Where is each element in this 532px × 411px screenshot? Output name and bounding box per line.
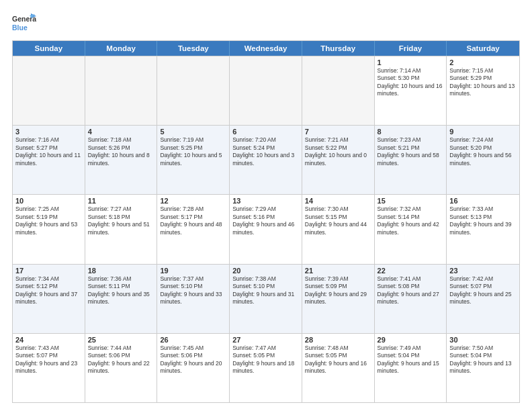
page-header: General Blue [12, 12, 520, 35]
day-info: Sunrise: 7:45 AMSunset: 5:06 PMDaylight:… [160, 345, 226, 375]
day-info: Sunrise: 7:33 AMSunset: 5:13 PMDaylight:… [449, 205, 517, 236]
day-number: 6 [232, 128, 299, 136]
day-info: Sunrise: 7:14 AMSunset: 5:30 PMDaylight:… [378, 67, 444, 98]
day-number: 8 [378, 128, 444, 136]
header-day-saturday: Saturday [447, 41, 519, 56]
day-number: 17 [15, 267, 82, 275]
day-number: 23 [449, 267, 517, 275]
svg-text:Blue: Blue [12, 24, 28, 32]
day-cell-4: 4Sunrise: 7:18 AMSunset: 5:26 PMDaylight… [85, 126, 158, 194]
day-cell-13: 13Sunrise: 7:29 AMSunset: 5:16 PMDayligh… [230, 195, 302, 263]
day-number: 4 [88, 128, 154, 136]
day-number: 22 [378, 267, 444, 275]
calendar: SundayMondayTuesdayWednesdayThursdayFrid… [12, 40, 520, 403]
day-info: Sunrise: 7:15 AMSunset: 5:29 PMDaylight:… [449, 67, 517, 98]
logo: General Blue [12, 12, 36, 35]
calendar-week-3: 10Sunrise: 7:25 AMSunset: 5:19 PMDayligh… [13, 194, 519, 263]
day-info: Sunrise: 7:29 AMSunset: 5:16 PMDaylight:… [232, 205, 299, 236]
day-cell-11: 11Sunrise: 7:27 AMSunset: 5:18 PMDayligh… [85, 195, 158, 263]
day-number: 20 [232, 267, 299, 275]
empty-cell [13, 56, 85, 125]
day-cell-24: 24Sunrise: 7:43 AMSunset: 5:07 PMDayligh… [13, 334, 85, 402]
day-number: 30 [449, 336, 517, 344]
day-number: 2 [449, 58, 517, 66]
header-day-monday: Monday [85, 41, 158, 56]
calendar-header: SundayMondayTuesdayWednesdayThursdayFrid… [13, 41, 519, 56]
day-cell-8: 8Sunrise: 7:23 AMSunset: 5:21 PMDaylight… [375, 126, 447, 194]
day-info: Sunrise: 7:23 AMSunset: 5:21 PMDaylight:… [378, 136, 444, 167]
day-number: 26 [160, 336, 226, 344]
day-info: Sunrise: 7:36 AMSunset: 5:11 PMDaylight:… [88, 275, 154, 306]
calendar-week-2: 3Sunrise: 7:16 AMSunset: 5:27 PMDaylight… [13, 125, 519, 194]
day-number: 15 [378, 197, 444, 205]
day-cell-23: 23Sunrise: 7:42 AMSunset: 5:07 PMDayligh… [447, 265, 519, 333]
day-number: 27 [232, 336, 299, 344]
day-info: Sunrise: 7:16 AMSunset: 5:27 PMDaylight:… [15, 136, 82, 167]
day-number: 25 [88, 336, 154, 344]
calendar-body: 1Sunrise: 7:14 AMSunset: 5:30 PMDaylight… [13, 56, 519, 402]
day-number: 12 [160, 197, 226, 205]
header-day-thursday: Thursday [302, 41, 375, 56]
header-day-wednesday: Wednesday [230, 41, 302, 56]
day-cell-10: 10Sunrise: 7:25 AMSunset: 5:19 PMDayligh… [13, 195, 85, 263]
day-cell-25: 25Sunrise: 7:44 AMSunset: 5:06 PMDayligh… [85, 334, 158, 402]
empty-cell [157, 56, 230, 125]
day-info: Sunrise: 7:44 AMSunset: 5:06 PMDaylight:… [88, 345, 154, 375]
day-number: 13 [232, 197, 299, 205]
day-info: Sunrise: 7:20 AMSunset: 5:24 PMDaylight:… [232, 136, 299, 167]
day-number: 5 [160, 128, 226, 136]
day-number: 16 [449, 197, 517, 205]
day-cell-21: 21Sunrise: 7:39 AMSunset: 5:09 PMDayligh… [302, 265, 375, 333]
day-cell-17: 17Sunrise: 7:34 AMSunset: 5:12 PMDayligh… [13, 265, 85, 333]
day-info: Sunrise: 7:49 AMSunset: 5:04 PMDaylight:… [378, 345, 444, 375]
day-number: 10 [15, 197, 82, 205]
day-info: Sunrise: 7:27 AMSunset: 5:18 PMDaylight:… [88, 205, 154, 236]
empty-cell [230, 56, 302, 125]
calendar-week-5: 24Sunrise: 7:43 AMSunset: 5:07 PMDayligh… [13, 333, 519, 402]
day-info: Sunrise: 7:25 AMSunset: 5:19 PMDaylight:… [15, 205, 82, 236]
day-cell-19: 19Sunrise: 7:37 AMSunset: 5:10 PMDayligh… [157, 265, 230, 333]
day-info: Sunrise: 7:48 AMSunset: 5:05 PMDaylight:… [305, 345, 371, 375]
day-cell-3: 3Sunrise: 7:16 AMSunset: 5:27 PMDaylight… [13, 126, 85, 194]
day-cell-28: 28Sunrise: 7:48 AMSunset: 5:05 PMDayligh… [302, 334, 375, 402]
day-cell-6: 6Sunrise: 7:20 AMSunset: 5:24 PMDaylight… [230, 126, 302, 194]
day-info: Sunrise: 7:32 AMSunset: 5:14 PMDaylight:… [378, 205, 444, 236]
day-number: 19 [160, 267, 226, 275]
day-cell-18: 18Sunrise: 7:36 AMSunset: 5:11 PMDayligh… [85, 265, 158, 333]
day-number: 18 [88, 267, 154, 275]
day-number: 7 [305, 128, 371, 136]
day-number: 11 [88, 197, 154, 205]
day-cell-7: 7Sunrise: 7:21 AMSunset: 5:22 PMDaylight… [302, 126, 375, 194]
day-info: Sunrise: 7:43 AMSunset: 5:07 PMDaylight:… [15, 345, 82, 375]
day-info: Sunrise: 7:24 AMSunset: 5:20 PMDaylight:… [449, 136, 517, 167]
day-info: Sunrise: 7:34 AMSunset: 5:12 PMDaylight:… [15, 275, 82, 306]
day-info: Sunrise: 7:39 AMSunset: 5:09 PMDaylight:… [305, 275, 371, 306]
day-info: Sunrise: 7:50 AMSunset: 5:04 PMDaylight:… [449, 345, 517, 375]
day-cell-20: 20Sunrise: 7:38 AMSunset: 5:10 PMDayligh… [230, 265, 302, 333]
day-cell-22: 22Sunrise: 7:41 AMSunset: 5:08 PMDayligh… [375, 265, 447, 333]
day-cell-2: 2Sunrise: 7:15 AMSunset: 5:29 PMDaylight… [447, 56, 519, 125]
day-number: 24 [15, 336, 82, 344]
day-info: Sunrise: 7:47 AMSunset: 5:05 PMDaylight:… [232, 345, 299, 375]
calendar-week-1: 1Sunrise: 7:14 AMSunset: 5:30 PMDaylight… [13, 56, 519, 125]
day-cell-27: 27Sunrise: 7:47 AMSunset: 5:05 PMDayligh… [230, 334, 302, 402]
day-info: Sunrise: 7:42 AMSunset: 5:07 PMDaylight:… [449, 275, 517, 306]
day-number: 9 [449, 128, 517, 136]
day-info: Sunrise: 7:21 AMSunset: 5:22 PMDaylight:… [305, 136, 371, 167]
day-cell-16: 16Sunrise: 7:33 AMSunset: 5:13 PMDayligh… [447, 195, 519, 263]
day-cell-9: 9Sunrise: 7:24 AMSunset: 5:20 PMDaylight… [447, 126, 519, 194]
day-cell-26: 26Sunrise: 7:45 AMSunset: 5:06 PMDayligh… [157, 334, 230, 402]
day-info: Sunrise: 7:19 AMSunset: 5:25 PMDaylight:… [160, 136, 226, 167]
day-cell-15: 15Sunrise: 7:32 AMSunset: 5:14 PMDayligh… [375, 195, 447, 263]
day-number: 21 [305, 267, 371, 275]
day-number: 28 [305, 336, 371, 344]
day-info: Sunrise: 7:18 AMSunset: 5:26 PMDaylight:… [88, 136, 154, 167]
day-cell-5: 5Sunrise: 7:19 AMSunset: 5:25 PMDaylight… [157, 126, 230, 194]
day-number: 1 [378, 58, 444, 66]
logo-bird-icon: General Blue [12, 12, 36, 35]
empty-cell [85, 56, 158, 125]
day-number: 14 [305, 197, 371, 205]
day-info: Sunrise: 7:37 AMSunset: 5:10 PMDaylight:… [160, 275, 226, 306]
header-day-friday: Friday [375, 41, 447, 56]
day-info: Sunrise: 7:38 AMSunset: 5:10 PMDaylight:… [232, 275, 299, 306]
